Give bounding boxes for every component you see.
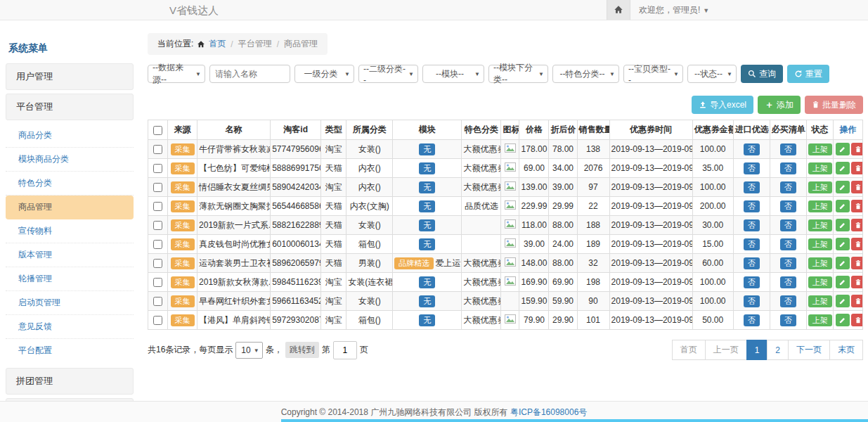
import-select-toggle[interactable]: 否 bbox=[744, 257, 760, 269]
delete-button[interactable] bbox=[851, 143, 863, 155]
select-all-checkbox[interactable] bbox=[153, 126, 162, 135]
page-button-1[interactable]: 1 bbox=[746, 340, 768, 360]
batch-delete-button[interactable]: 批量删除 bbox=[805, 96, 863, 114]
edit-button[interactable] bbox=[836, 295, 850, 307]
must-buy-toggle[interactable]: 否 bbox=[780, 162, 796, 174]
must-buy-toggle[interactable]: 否 bbox=[780, 219, 796, 231]
import-select-toggle[interactable]: 否 bbox=[744, 314, 760, 326]
sidebar-item-意见反馈[interactable]: 意见反馈 bbox=[6, 315, 134, 339]
breadcrumb-home-link[interactable]: 首页 bbox=[209, 38, 226, 50]
import-select-toggle[interactable]: 否 bbox=[744, 238, 760, 250]
import-excel-button[interactable]: 导入excel bbox=[692, 96, 753, 114]
edit-button[interactable] bbox=[836, 238, 850, 250]
delete-button[interactable] bbox=[851, 200, 863, 212]
sidebar-item-启动页管理[interactable]: 启动页管理 bbox=[6, 291, 134, 315]
import-select-toggle[interactable]: 否 bbox=[744, 200, 760, 212]
import-select-toggle[interactable]: 否 bbox=[744, 276, 760, 288]
row-checkbox[interactable] bbox=[153, 164, 162, 173]
must-buy-toggle[interactable]: 否 bbox=[780, 200, 796, 212]
page-button-下一页[interactable]: 下一页 bbox=[788, 340, 830, 360]
must-buy-toggle[interactable]: 否 bbox=[780, 257, 796, 269]
row-checkbox[interactable] bbox=[153, 297, 162, 306]
must-buy-toggle[interactable]: 否 bbox=[780, 143, 796, 155]
page-size-select[interactable]: 10▼ bbox=[235, 342, 262, 359]
import-select-toggle[interactable]: 否 bbox=[744, 219, 760, 231]
edit-button[interactable] bbox=[836, 276, 850, 288]
must-buy-toggle[interactable]: 否 bbox=[780, 295, 796, 307]
status-toggle[interactable]: 上架 bbox=[808, 181, 832, 193]
sidebar-item-版本管理[interactable]: 版本管理 bbox=[6, 243, 134, 267]
delete-button[interactable] bbox=[851, 314, 863, 326]
delete-button[interactable] bbox=[851, 181, 863, 193]
import-select-toggle[interactable]: 否 bbox=[744, 143, 760, 155]
edit-button[interactable] bbox=[836, 257, 850, 269]
delete-button[interactable] bbox=[851, 219, 863, 231]
sidebar-item-轮播管理[interactable]: 轮播管理 bbox=[6, 267, 134, 291]
edit-button[interactable] bbox=[836, 143, 850, 155]
import-select-toggle[interactable]: 否 bbox=[744, 295, 760, 307]
edit-button[interactable] bbox=[836, 200, 850, 212]
delete-button[interactable] bbox=[851, 257, 863, 269]
must-buy-toggle[interactable]: 否 bbox=[780, 276, 796, 288]
welcome-dropdown[interactable]: 欢迎您，管理员!▼ bbox=[639, 4, 709, 16]
module-select[interactable]: --模块--▼ bbox=[422, 65, 484, 83]
level2-category-select[interactable]: --二级分类--▼ bbox=[358, 65, 418, 83]
delete-button[interactable] bbox=[851, 238, 863, 250]
reset-button[interactable]: 重置 bbox=[787, 65, 829, 83]
search-button[interactable]: 查询 bbox=[741, 65, 783, 83]
delete-button[interactable] bbox=[851, 295, 863, 307]
item-type-select[interactable]: --宝贝类型--▼ bbox=[623, 65, 683, 83]
delete-button[interactable] bbox=[851, 276, 863, 288]
page-button-上一页[interactable]: 上一页 bbox=[705, 340, 747, 360]
row-checkbox[interactable] bbox=[153, 240, 162, 249]
module-sub-category-select[interactable]: --模块下分类--▼ bbox=[488, 65, 548, 83]
row-checkbox[interactable] bbox=[153, 145, 162, 154]
icp-link[interactable]: 粤ICP备16098006号 bbox=[510, 407, 587, 418]
sidebar-group-用户管理[interactable]: 用户管理 bbox=[6, 63, 134, 90]
row-checkbox[interactable] bbox=[153, 202, 162, 211]
sidebar-group-拼团管理[interactable]: 拼团管理 bbox=[6, 368, 134, 395]
data-source-select[interactable]: --数据来源--▼ bbox=[148, 65, 205, 83]
status-toggle[interactable]: 上架 bbox=[808, 219, 832, 231]
sidebar-item-商品管理[interactable]: 商品管理 bbox=[6, 196, 134, 219]
row-checkbox[interactable] bbox=[153, 221, 162, 230]
status-select[interactable]: --状态--▼ bbox=[687, 65, 737, 83]
level1-category-select[interactable]: 一级分类▼ bbox=[294, 65, 354, 83]
sidebar-item-平台配置[interactable]: 平台配置 bbox=[6, 339, 134, 362]
edit-button[interactable] bbox=[836, 181, 850, 193]
status-toggle[interactable]: 上架 bbox=[808, 143, 832, 155]
sidebar-item-宣传物料[interactable]: 宣传物料 bbox=[6, 219, 134, 243]
delete-button[interactable] bbox=[851, 162, 863, 174]
status-toggle[interactable]: 上架 bbox=[808, 276, 832, 288]
status-toggle[interactable]: 上架 bbox=[808, 314, 832, 326]
row-checkbox[interactable] bbox=[153, 259, 162, 268]
sidebar-group-平台管理[interactable]: 平台管理 bbox=[6, 94, 134, 120]
page-button-末页[interactable]: 末页 bbox=[829, 340, 863, 360]
page-button-首页[interactable]: 首页 bbox=[672, 340, 706, 360]
status-toggle[interactable]: 上架 bbox=[808, 162, 832, 174]
row-checkbox[interactable] bbox=[153, 316, 162, 325]
import-select-toggle[interactable]: 否 bbox=[744, 181, 760, 193]
must-buy-toggle[interactable]: 否 bbox=[780, 314, 796, 326]
sidebar-item-商品分类[interactable]: 商品分类 bbox=[6, 124, 134, 148]
bottom-scrollbar[interactable] bbox=[281, 419, 868, 422]
row-checkbox[interactable] bbox=[153, 183, 162, 192]
home-button[interactable] bbox=[607, 0, 630, 20]
import-select-toggle[interactable]: 否 bbox=[744, 162, 760, 174]
jump-button[interactable]: 跳转到 bbox=[285, 342, 319, 358]
page-button-2[interactable]: 2 bbox=[767, 340, 789, 360]
status-toggle[interactable]: 上架 bbox=[808, 238, 832, 250]
must-buy-toggle[interactable]: 否 bbox=[780, 181, 796, 193]
edit-button[interactable] bbox=[836, 162, 850, 174]
sidebar-item-模块商品分类[interactable]: 模块商品分类 bbox=[6, 148, 134, 172]
feature-category-select[interactable]: --特色分类--▼ bbox=[552, 65, 619, 83]
add-button[interactable]: ＋ 添加 bbox=[758, 96, 801, 114]
jump-page-input[interactable] bbox=[333, 341, 357, 359]
row-checkbox[interactable] bbox=[153, 278, 162, 287]
edit-button[interactable] bbox=[836, 314, 850, 326]
edit-button[interactable] bbox=[836, 219, 850, 231]
name-input[interactable] bbox=[209, 65, 290, 83]
sidebar-item-特色分类[interactable]: 特色分类 bbox=[6, 172, 134, 196]
must-buy-toggle[interactable]: 否 bbox=[780, 238, 796, 250]
status-toggle[interactable]: 上架 bbox=[808, 200, 832, 212]
